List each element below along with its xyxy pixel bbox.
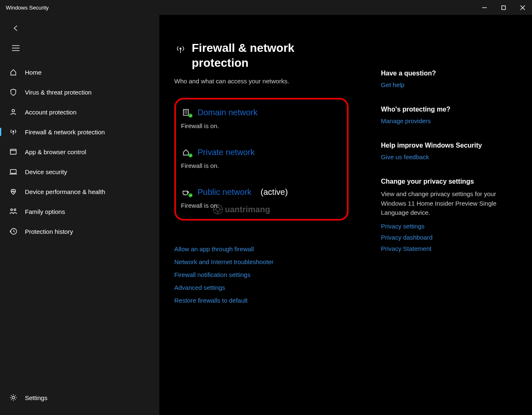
gear-icon bbox=[9, 393, 17, 402]
network-status: Firewall is on. bbox=[181, 202, 340, 209]
sidebar-item-label: Firewall & network protection bbox=[25, 129, 105, 136]
svg-rect-10 bbox=[10, 149, 16, 154]
page-title: Firewall & network protection bbox=[192, 41, 349, 71]
sidebar-item-appbrowser[interactable]: App & browser control bbox=[0, 142, 159, 162]
device-icon bbox=[9, 167, 17, 176]
link-privacy-settings[interactable]: Privacy settings bbox=[381, 223, 505, 230]
cafe-icon bbox=[181, 187, 191, 197]
aside-privacy: Change your privacy settings View and ch… bbox=[381, 178, 505, 252]
svg-rect-1 bbox=[502, 6, 505, 10]
network-link-label: Private network bbox=[198, 148, 255, 157]
svg-point-8 bbox=[13, 131, 14, 132]
heart-icon bbox=[9, 187, 17, 196]
sidebar-item-label: App & browser control bbox=[25, 148, 86, 155]
shield-icon bbox=[9, 88, 17, 96]
aside-heading: Help improve Windows Security bbox=[381, 142, 505, 149]
sidebar-item-firewall[interactable]: Firewall & network protection bbox=[0, 122, 159, 142]
nav-items: Home Virus & threat protection Account p… bbox=[0, 62, 159, 241]
sidebar-item-settings[interactable]: Settings bbox=[0, 388, 159, 408]
link-allow-app[interactable]: Allow an app through firewall bbox=[174, 245, 349, 252]
sidebar-item-label: Account protection bbox=[25, 109, 76, 116]
link-privacy-dashboard[interactable]: Privacy dashboard bbox=[381, 234, 505, 241]
window-title: Windows Security bbox=[6, 5, 49, 11]
link-notification-settings[interactable]: Firewall notification settings bbox=[174, 271, 349, 278]
sidebar-item-health[interactable]: Device performance & health bbox=[0, 182, 159, 201]
sidebar-item-label: Protection history bbox=[25, 228, 73, 235]
network-link-label: Domain network bbox=[198, 108, 258, 117]
house-icon bbox=[181, 148, 191, 157]
account-icon bbox=[9, 108, 17, 116]
link-restore-defaults[interactable]: Restore firewalls to default bbox=[174, 297, 349, 304]
network-domain[interactable]: Domain network Firewall is on. bbox=[178, 108, 340, 129]
network-status: Firewall is on. bbox=[181, 122, 340, 129]
network-highlight-box: Domain network Firewall is on. Private n… bbox=[174, 98, 349, 221]
link-troubleshooter[interactable]: Network and Internet troubleshooter bbox=[174, 258, 349, 265]
aside-question: Have a question? Get help bbox=[381, 70, 505, 88]
sidebar-item-label: Home bbox=[25, 69, 41, 76]
aside: Have a question? Get help Who's protecti… bbox=[381, 70, 505, 415]
aside-protecting: Who's protecting me? Manage providers bbox=[381, 106, 505, 124]
link-manage-providers[interactable]: Manage providers bbox=[381, 117, 505, 124]
broadcast-icon bbox=[174, 44, 187, 55]
svg-point-15 bbox=[14, 209, 16, 211]
svg-point-14 bbox=[11, 209, 12, 211]
sidebar-item-devicesec[interactable]: Device security bbox=[0, 162, 159, 182]
history-icon bbox=[9, 227, 17, 235]
home-icon bbox=[9, 68, 17, 76]
sidebar: Home Virus & threat protection Account p… bbox=[0, 15, 159, 415]
aside-desc: View and change privacy settings for you… bbox=[381, 189, 505, 218]
link-advanced-settings[interactable]: Advanced settings bbox=[174, 284, 349, 291]
aside-improve: Help improve Windows Security Give us fe… bbox=[381, 142, 505, 160]
hamburger-button[interactable] bbox=[7, 40, 24, 56]
svg-point-7 bbox=[12, 109, 15, 112]
sidebar-item-label: Device performance & health bbox=[25, 188, 105, 195]
back-button[interactable] bbox=[7, 20, 24, 36]
network-private[interactable]: Private network Firewall is on. bbox=[178, 148, 340, 169]
sidebar-item-home[interactable]: Home bbox=[0, 62, 159, 82]
aside-heading: Change your privacy settings bbox=[381, 178, 505, 185]
title-bar: Windows Security bbox=[0, 0, 532, 15]
sidebar-item-account[interactable]: Account protection bbox=[0, 102, 159, 122]
app-icon bbox=[9, 148, 17, 156]
family-icon bbox=[9, 207, 17, 216]
network-status: Firewall is on. bbox=[181, 162, 340, 169]
page-subtitle: Who and what can access your networks. bbox=[174, 78, 349, 85]
network-active-label: (active) bbox=[261, 187, 288, 197]
sidebar-item-label: Device security bbox=[25, 168, 67, 175]
window-controls bbox=[475, 0, 532, 15]
aside-heading: Who's protecting me? bbox=[381, 106, 505, 113]
aside-heading: Have a question? bbox=[381, 70, 505, 77]
close-button[interactable] bbox=[513, 0, 532, 15]
main: Firewall & network protection Who and wh… bbox=[159, 15, 532, 415]
building-icon bbox=[181, 108, 191, 117]
link-feedback[interactable]: Give us feedback bbox=[381, 153, 505, 160]
broadcast-icon bbox=[9, 128, 17, 136]
network-public[interactable]: Public network (active) Firewall is on. bbox=[178, 187, 340, 209]
svg-rect-20 bbox=[183, 109, 188, 115]
network-link-label: Public network bbox=[198, 187, 251, 197]
sidebar-item-virus[interactable]: Virus & threat protection bbox=[0, 82, 159, 102]
sidebar-item-label: Settings bbox=[25, 394, 47, 401]
minimize-button[interactable] bbox=[475, 0, 494, 15]
sidebar-item-family[interactable]: Family options bbox=[0, 201, 159, 221]
sidebar-item-label: Family options bbox=[25, 208, 65, 215]
svg-point-17 bbox=[12, 396, 15, 399]
maximize-button[interactable] bbox=[494, 0, 513, 15]
svg-rect-12 bbox=[10, 170, 16, 173]
link-get-help[interactable]: Get help bbox=[381, 81, 505, 88]
sidebar-item-history[interactable]: Protection history bbox=[0, 221, 159, 241]
firewall-links: Allow an app through firewall Network an… bbox=[174, 245, 349, 304]
sidebar-item-label: Virus & threat protection bbox=[25, 89, 92, 96]
link-privacy-statement[interactable]: Privacy Statement bbox=[381, 245, 505, 252]
